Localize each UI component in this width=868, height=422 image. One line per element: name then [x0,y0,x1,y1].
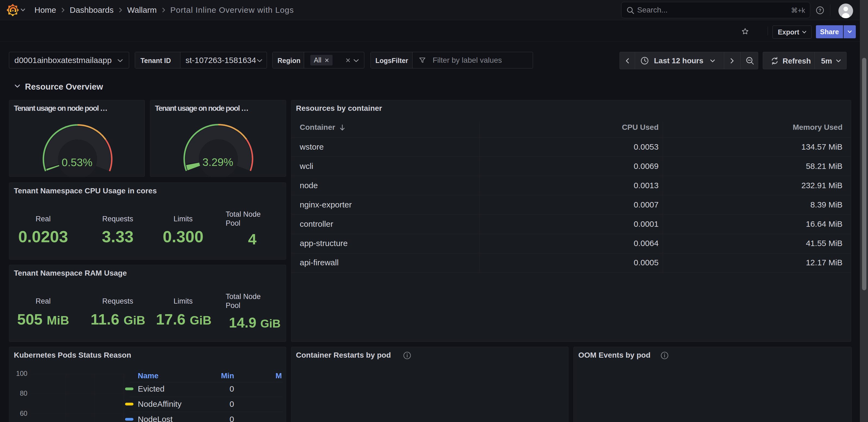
svg-text:?: ? [818,8,822,13]
svg-text:3.29%: 3.29% [203,156,233,168]
svg-text:0.53%: 0.53% [62,157,92,168]
